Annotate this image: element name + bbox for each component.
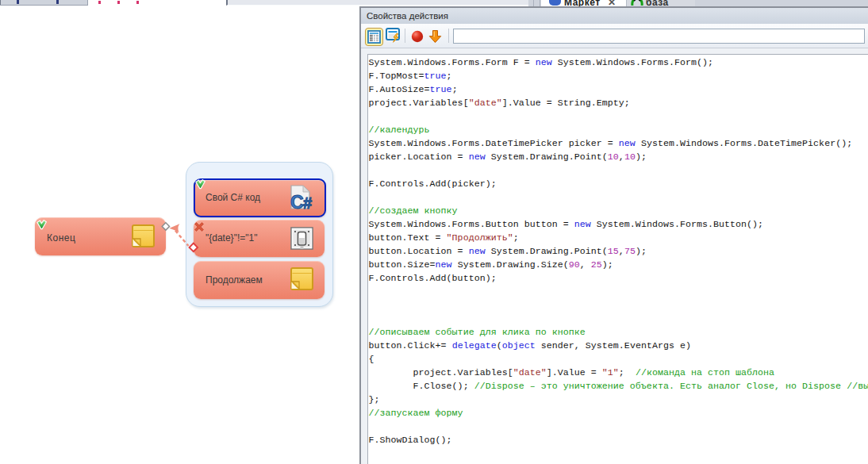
svg-text:C: C: [290, 192, 304, 210]
svg-text:#: #: [303, 194, 312, 210]
